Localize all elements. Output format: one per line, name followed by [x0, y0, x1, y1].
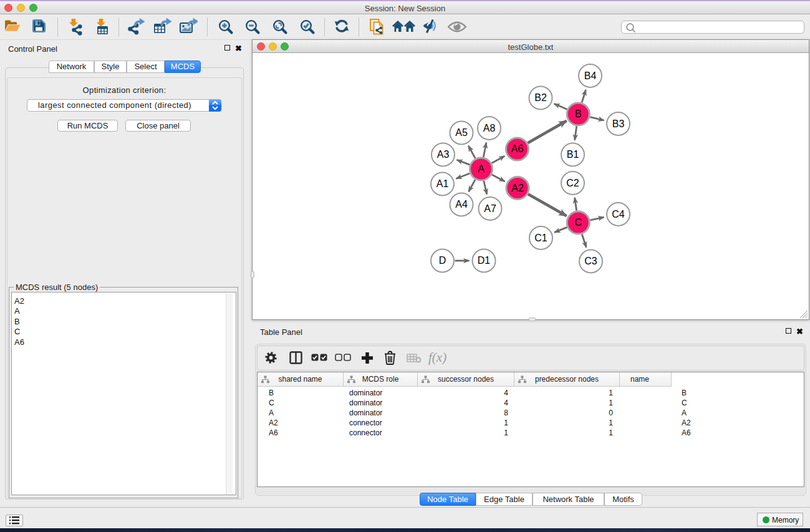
svg-text:D1: D1	[478, 255, 491, 266]
svg-text:A: A	[478, 163, 485, 174]
svg-text:C3: C3	[584, 256, 597, 266]
svg-text:C2: C2	[566, 178, 579, 188]
svg-text:A4: A4	[455, 199, 468, 210]
svg-text:B3: B3	[612, 118, 625, 129]
svg-text:A2: A2	[511, 183, 524, 193]
svg-text:B1: B1	[567, 149, 579, 160]
svg-text:A8: A8	[483, 123, 496, 133]
svg-text:B: B	[575, 109, 582, 119]
svg-text:A3: A3	[437, 149, 450, 160]
svg-text:D: D	[439, 255, 446, 266]
svg-text:A5: A5	[455, 127, 468, 138]
svg-text:C4: C4	[612, 209, 625, 220]
svg-text:C1: C1	[534, 233, 547, 243]
svg-text:B2: B2	[534, 92, 547, 103]
svg-text:A7: A7	[484, 203, 496, 214]
svg-text:A6: A6	[511, 143, 524, 154]
svg-text:C: C	[575, 217, 582, 228]
svg-text:A1: A1	[436, 178, 449, 189]
svg-text:B4: B4	[584, 70, 597, 81]
